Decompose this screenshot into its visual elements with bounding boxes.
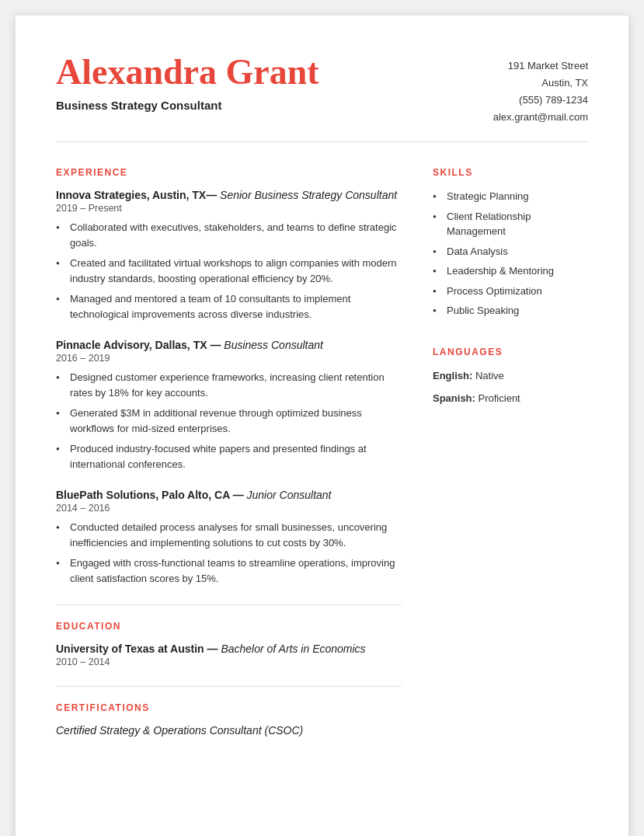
bullet-item: Created and facilitated virtual workshop… [56, 256, 402, 286]
lang-level-spanish: Proficient [479, 392, 520, 404]
bullet-item: Collaborated with executives, stakeholde… [56, 220, 402, 250]
skills-list: Strategic Planning Client Relationship M… [433, 189, 588, 319]
education-entry: University of Texas at Austin — Bachelor… [56, 643, 402, 667]
lang-level-english: Native [475, 370, 504, 381]
language-item-spanish: Spanish: Proficient [433, 391, 588, 406]
certifications-section-title: CERTIFICATIONS [56, 702, 402, 713]
job-bullets-3: Conducted detailed process analyses for … [56, 520, 402, 586]
section-divider [56, 604, 402, 605]
candidate-title: Business Strategy Consultant [56, 99, 319, 112]
left-column: EXPERIENCE Innova Strategies, Austin, TX… [56, 167, 402, 737]
job-entry-2: Pinnacle Advisory, Dallas, TX — Business… [56, 339, 402, 472]
header-left: Alexandra Grant Business Strategy Consul… [56, 53, 319, 112]
job-header-1: Innova Strategies, Austin, TX— Senior Bu… [56, 189, 402, 201]
bullet-item: Designed customer experience frameworks,… [56, 370, 402, 400]
job-bullets-1: Collaborated with executives, stakeholde… [56, 220, 402, 322]
job-header-2: Pinnacle Advisory, Dallas, TX — Business… [56, 339, 402, 351]
content-area: EXPERIENCE Innova Strategies, Austin, TX… [56, 167, 588, 737]
lang-name-english: English: [433, 370, 472, 381]
header-section: Alexandra Grant Business Strategy Consul… [56, 53, 588, 142]
resume-document: Alexandra Grant Business Strategy Consul… [16, 16, 628, 836]
right-column: SKILLS Strategic Planning Client Relatio… [433, 167, 588, 737]
certification-name: Certified Strategy & Operations Consulta… [56, 724, 402, 737]
job-role-1: Senior Business Strategy Consultant [220, 189, 397, 201]
job-entry-1: Innova Strategies, Austin, TX— Senior Bu… [56, 189, 402, 322]
lang-name-spanish: Spanish: [433, 392, 475, 404]
skill-item: Client Relationship Management [433, 209, 588, 239]
candidate-name: Alexandra Grant [56, 53, 319, 92]
skill-item: Process Optimization [433, 284, 588, 299]
job-role-2: Business Consultant [224, 339, 323, 351]
skills-section-title: SKILLS [433, 167, 588, 178]
bullet-item: Managed and mentored a team of 10 consul… [56, 291, 402, 322]
section-divider-2 [56, 686, 402, 687]
languages-section-title: LANGUAGES [433, 347, 588, 357]
skill-item: Leadership & Mentoring [433, 263, 588, 279]
job-bullets-2: Designed customer experience frameworks,… [56, 370, 402, 472]
job-company-3: BluePath Solutions, Palo Alto, CA [56, 489, 230, 501]
bullet-item: Generated $3M in additional revenue thro… [56, 406, 402, 436]
bullet-item: Engaged with cross-functional teams to s… [56, 556, 402, 586]
job-company-2: Pinnacle Advisory, Dallas, TX [56, 339, 207, 351]
university-name: University of Texas at Austin [56, 643, 204, 655]
job-role-3: Junior Consultant [247, 489, 332, 501]
degree-name: Bachelor of Arts in Economics [221, 643, 365, 655]
job-dates-2: 2016 – 2019 [56, 353, 402, 364]
edu-dates: 2010 – 2014 [56, 657, 402, 667]
job-dates-3: 2014 – 2016 [56, 503, 402, 514]
phone: (555) 789-1234 [493, 92, 588, 109]
email: alex.grant@mail.com [493, 109, 588, 126]
skill-item: Data Analysis [433, 244, 588, 260]
address-line2: Austin, TX [493, 75, 588, 92]
address-line1: 191 Market Street [493, 57, 588, 75]
job-header-3: BluePath Solutions, Palo Alto, CA — Juni… [56, 489, 402, 501]
language-item-english: English: Native [433, 368, 588, 384]
education-section-title: EDUCATION [56, 621, 402, 632]
job-dates-1: 2019 – Present [56, 203, 402, 214]
bullet-item: Produced industry-focused white papers a… [56, 441, 402, 472]
bullet-item: Conducted detailed process analyses for … [56, 520, 402, 550]
experience-section-title: EXPERIENCE [56, 167, 402, 178]
job-company-1: Innova Strategies, Austin, TX [56, 189, 206, 201]
header-contact: 191 Market Street Austin, TX (555) 789-1… [493, 57, 588, 126]
job-entry-3: BluePath Solutions, Palo Alto, CA — Juni… [56, 489, 402, 586]
school-name: University of Texas at Austin — Bachelor… [56, 643, 402, 655]
skill-item: Strategic Planning [433, 189, 588, 204]
skill-item: Public Speaking [433, 303, 588, 319]
